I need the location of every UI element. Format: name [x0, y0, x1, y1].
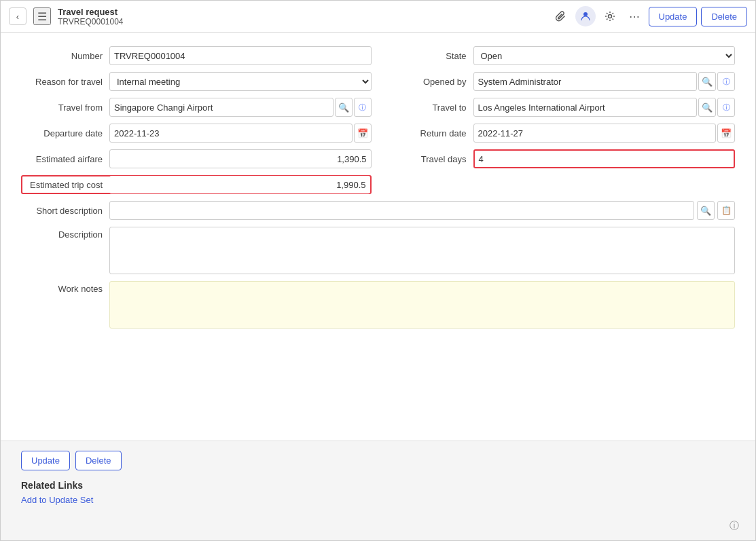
estimated-airfare-label: Estimated airfare: [21, 154, 109, 164]
travel-from-label: Travel from: [21, 102, 109, 113]
departure-date-label: Departure date: [21, 128, 109, 138]
estimated-airfare-input[interactable]: [109, 149, 372, 168]
travel-to-row: Travel to 🔍 ⓘ: [385, 98, 736, 117]
number-label: Number: [21, 51, 109, 61]
header-title-main: Travel request: [58, 7, 124, 17]
travel-from-row: Travel from 🔍 ⓘ: [21, 98, 372, 117]
short-description-field: 🔍 📋: [109, 201, 735, 220]
header-right: ⋯ Update Delete: [551, 6, 748, 26]
user-icon-button[interactable]: [575, 6, 596, 26]
departure-date-row: Departure date 📅: [21, 124, 372, 143]
opened-by-input[interactable]: [473, 72, 698, 91]
opened-by-info-btn[interactable]: ⓘ: [717, 72, 735, 91]
reason-select[interactable]: Internal meeting Client meeting Conferen…: [109, 72, 372, 91]
departure-date-calendar-btn[interactable]: 📅: [354, 124, 372, 143]
opened-by-field: 🔍 ⓘ: [473, 72, 736, 91]
short-desc-copy-btn[interactable]: 📋: [717, 201, 735, 220]
header-update-button[interactable]: Update: [649, 7, 698, 26]
reason-row: Reason for travel Internal meeting Clien…: [21, 72, 372, 91]
work-notes-row: Work notes: [21, 281, 735, 329]
departure-date-input[interactable]: [109, 124, 353, 143]
attachment-button[interactable]: [551, 6, 571, 26]
travel-to-info-btn[interactable]: ⓘ: [717, 98, 735, 117]
description-row: Description: [21, 227, 735, 274]
departure-date-field: 📅: [109, 124, 372, 143]
header-title: Travel request TRVREQ0001004: [58, 7, 124, 26]
bottom-bar: Update Delete Related Links Add to Updat…: [1, 441, 755, 512]
work-notes-textarea[interactable]: [109, 281, 735, 329]
travel-to-field: 🔍 ⓘ: [473, 98, 736, 117]
header: ‹ ☰ Travel request TRVREQ0001004: [1, 1, 755, 33]
trip-cost-highlight: Estimated trip cost: [21, 175, 372, 194]
short-description-input[interactable]: [109, 201, 694, 220]
trip-cost-label: Estimated trip cost: [22, 180, 109, 190]
travel-to-label: Travel to: [385, 102, 473, 113]
opened-by-row: Opened by 🔍 ⓘ: [385, 72, 736, 91]
opened-by-label: Opened by: [385, 77, 473, 87]
short-desc-search-btn[interactable]: 🔍: [697, 201, 715, 220]
bottom-delete-button[interactable]: Delete: [75, 451, 122, 470]
header-left: ‹ ☰ Travel request TRVREQ0001004: [9, 7, 124, 26]
travel-days-row: Travel days 4: [385, 149, 736, 168]
return-date-field: 📅: [473, 124, 736, 143]
header-title-sub: TRVREQ0001004: [58, 17, 124, 26]
bottom-buttons: Update Delete: [21, 451, 735, 470]
form-grid: Number State Open Closed Pending Reason …: [21, 46, 735, 201]
empty-col: [385, 175, 736, 201]
short-description-label: Short description: [21, 206, 109, 216]
add-to-update-set-link[interactable]: Add to Update Set: [21, 495, 93, 505]
return-date-label: Return date: [385, 128, 473, 138]
bottom-update-button[interactable]: Update: [21, 451, 70, 470]
bottom-info-icon[interactable]: ⓘ: [724, 516, 744, 536]
state-label: State: [385, 51, 473, 61]
related-links-section: Related Links Add to Update Set: [21, 480, 735, 505]
number-input[interactable]: [109, 46, 372, 65]
description-textarea[interactable]: [109, 227, 735, 274]
estimated-airfare-row: Estimated airfare: [21, 149, 372, 168]
bottom-right-area: ⓘ: [1, 512, 755, 540]
travel-from-search-btn[interactable]: 🔍: [335, 98, 353, 117]
state-row: State Open Closed Pending: [385, 46, 736, 65]
number-row: Number: [21, 46, 372, 65]
settings-button[interactable]: [600, 6, 620, 26]
travel-days-highlight: 4: [473, 149, 736, 168]
more-button[interactable]: ⋯: [624, 6, 645, 26]
travel-days-value: 4: [479, 154, 484, 164]
estimated-trip-cost-row: Estimated trip cost: [21, 175, 372, 194]
menu-button[interactable]: ☰: [33, 7, 51, 25]
travel-days-label: Travel days: [385, 154, 473, 164]
work-notes-label: Work notes: [21, 281, 109, 294]
trip-cost-input[interactable]: [109, 176, 370, 193]
related-links-title: Related Links: [21, 480, 735, 491]
travel-from-input[interactable]: [109, 98, 334, 117]
return-date-input[interactable]: [473, 124, 717, 143]
state-select[interactable]: Open Closed Pending: [473, 46, 736, 65]
travel-to-input[interactable]: [473, 98, 698, 117]
travel-to-search-btn[interactable]: 🔍: [698, 98, 716, 117]
return-date-row: Return date 📅: [385, 124, 736, 143]
reason-label: Reason for travel: [21, 77, 109, 87]
travel-from-field: 🔍 ⓘ: [109, 98, 372, 117]
travel-from-info-btn[interactable]: ⓘ: [354, 98, 372, 117]
svg-point-1: [608, 15, 611, 18]
description-label: Description: [21, 227, 109, 240]
back-button[interactable]: ‹: [9, 7, 26, 25]
header-delete-button[interactable]: Delete: [701, 7, 747, 26]
return-date-calendar-btn[interactable]: 📅: [717, 124, 735, 143]
opened-by-search-btn[interactable]: 🔍: [698, 72, 716, 91]
svg-point-0: [583, 12, 588, 16]
short-description-row: Short description 🔍 📋: [21, 201, 735, 220]
form-area: Number State Open Closed Pending Reason …: [1, 33, 755, 441]
